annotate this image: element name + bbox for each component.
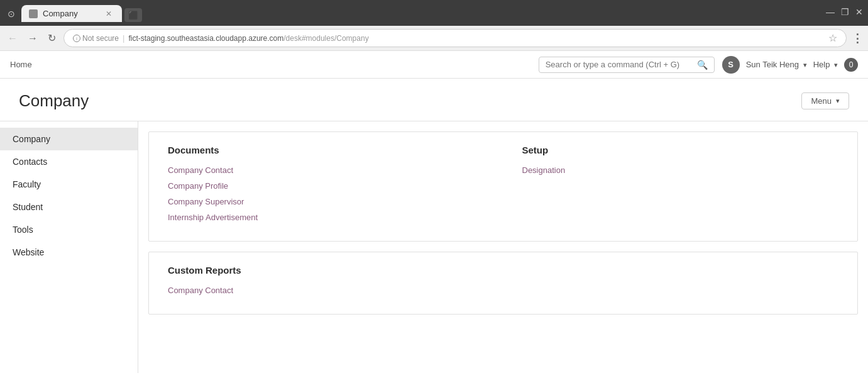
link-internship-advertisement[interactable]: Internship Advertisement [168,213,485,222]
documents-panel-inner: Documents Company Contact Company Profil… [149,132,857,241]
browser-tabs: Company ✕ ⬛ [21,5,142,22]
url-text: fict-staging.southeastasia.cloudapp.azur… [128,34,368,43]
browser-chrome: ⊙ Company ✕ ⬛ — ❐ ✕ [0,0,868,26]
address-input[interactable]: i Not secure | fict-staging.southeastasi… [63,29,847,47]
browser-controls-left: ⊙ Company ✕ ⬛ [5,5,142,22]
browser-titlebar: ⊙ Company ✕ ⬛ — ❐ ✕ [5,5,863,22]
address-bar-row: ← → ↻ i Not secure | fict-staging.southe… [0,26,868,51]
page-title: Company [19,91,89,111]
info-icon: i [73,35,80,42]
search-icon: 🔍 [697,60,708,70]
sidebar-item-website[interactable]: Website [0,241,138,264]
user-dropdown-caret: ▾ [803,61,807,69]
minimize-button[interactable]: — [826,7,835,17]
setup-section-title: Setup [522,145,839,155]
documents-panel: Documents Company Contact Company Profil… [148,131,858,242]
top-nav: Home 🔍 S Sun Teik Heng ▾ Help ▾ 0 [0,51,868,79]
link-designation[interactable]: Designation [522,165,839,175]
documents-section: Documents Company Contact Company Profil… [168,145,485,228]
content-area: Company Contacts Faculty Student Tools W… [0,121,868,373]
new-tab-area: ⬛ [124,8,142,22]
active-tab[interactable]: Company ✕ [21,5,122,22]
search-input[interactable] [546,60,693,69]
link-company-contact[interactable]: Company Contact [168,165,485,175]
avatar: S [722,56,740,74]
app-container: Home 🔍 S Sun Teik Heng ▾ Help ▾ 0 Compan… [0,51,868,385]
custom-reports-panel-inner: Custom Reports Company Contact [149,252,857,314]
sidebar: Company Contacts Faculty Student Tools W… [0,121,138,373]
help-link[interactable]: Help ▾ [813,60,838,69]
custom-reports-title: Custom Reports [168,265,838,276]
help-dropdown-caret: ▾ [834,61,838,69]
custom-reports-section: Custom Reports Company Contact [168,265,838,301]
link-company-profile[interactable]: Company Profile [168,181,485,191]
close-button[interactable]: ✕ [855,7,863,17]
documents-section-title: Documents [168,145,485,155]
url-separator: | [123,33,124,43]
tab-favicon [29,9,38,18]
sidebar-item-contacts[interactable]: Contacts [0,150,138,173]
more-options-button[interactable]: ⋮ [852,31,863,45]
back-button[interactable]: ← [5,31,20,45]
reload-button[interactable]: ↻ [45,31,58,45]
link-custom-company-contact[interactable]: Company Contact [168,286,838,295]
sidebar-item-company[interactable]: Company [0,128,138,150]
tab-close-button[interactable]: ✕ [106,9,112,18]
forward-button[interactable]: → [25,31,40,45]
security-badge: i Not secure [73,34,119,43]
user-section: S Sun Teik Heng ▾ Help ▾ 0 [722,56,858,74]
page-header: Company Menu ▾ [0,79,868,121]
sidebar-item-faculty[interactable]: Faculty [0,173,138,196]
home-link[interactable]: Home [10,60,32,69]
sidebar-item-student[interactable]: Student [0,196,138,218]
user-name[interactable]: Sun Teik Heng ▾ [746,60,807,69]
search-bar: 🔍 [539,57,715,73]
new-tab-dark: ⬛ [124,8,142,22]
link-company-supervisor[interactable]: Company Supervisor [168,197,485,206]
restore-button[interactable]: ❐ [841,7,849,17]
notification-badge[interactable]: 0 [844,58,858,72]
menu-caret: ▾ [836,97,840,105]
setup-section: Setup Designation [522,145,839,228]
tab-label: Company [43,9,78,18]
sidebar-item-tools[interactable]: Tools [0,218,138,241]
svg-text:i: i [76,36,77,41]
bookmark-icon[interactable]: ☆ [828,32,837,44]
main-content: Documents Company Contact Company Profil… [138,121,868,373]
browser-icon: ⊙ [5,8,18,20]
window-controls: — ❐ ✕ [826,7,863,17]
menu-button[interactable]: Menu ▾ [801,92,849,109]
custom-reports-panel: Custom Reports Company Contact [148,252,858,315]
